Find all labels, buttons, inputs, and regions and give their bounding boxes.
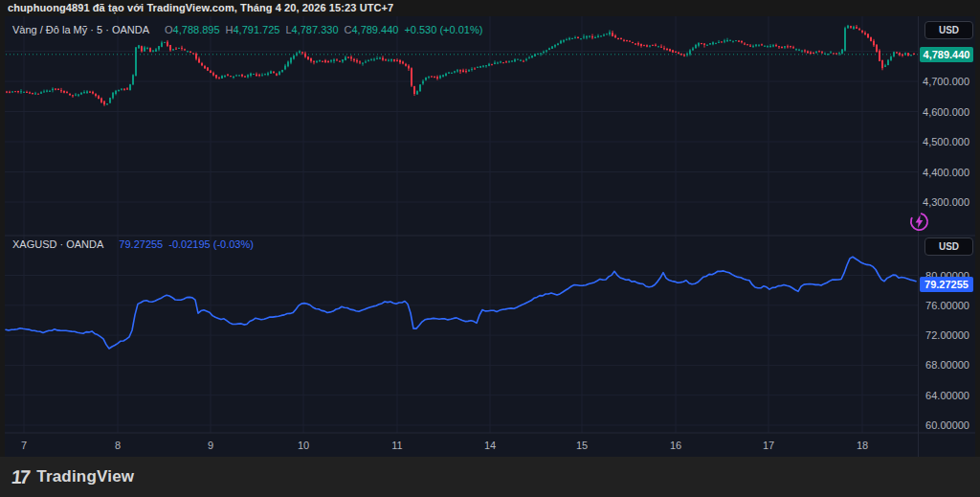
currency-button-bottom[interactable]: USD xyxy=(924,237,973,256)
gold-legend[interactable]: Vàng / Đô la Mỹ · 5 · OANDAO4,788.895H4,… xyxy=(12,24,482,35)
currency-button-top[interactable]: USD xyxy=(924,21,973,39)
silver-legend[interactable]: XAGUSD · OANDA79.27255-0.02195 (-0.03%) xyxy=(12,238,254,250)
silver-symbol-title[interactable]: XAGUSD · OANDA xyxy=(12,238,103,250)
gold-change-value: +0.530 (+0.01%) xyxy=(404,24,482,35)
high-value: 4,791.725 xyxy=(234,24,280,35)
silver-change-value: -0.02195 (-0.03%) xyxy=(168,238,254,250)
silver-last-price-tag: 79.27255 xyxy=(920,277,973,292)
high-label: H xyxy=(226,24,234,35)
gold-last-price-tag: 4,789.440 xyxy=(920,47,973,62)
silver-last-value: 79.27255 xyxy=(119,238,163,250)
close-value: 4,789.440 xyxy=(351,24,398,35)
low-value: 4,787.330 xyxy=(292,24,339,35)
lightning-icon xyxy=(908,211,930,233)
tradingview-snapshot: 4,800.0004,700.0004,600.0004,500.0004,40… xyxy=(0,0,980,497)
left-frame-strip xyxy=(0,16,5,457)
open-value: 4,788.895 xyxy=(173,24,220,35)
attribution-bar: chuphuong4891 đã tạo với TradingView.com… xyxy=(0,0,980,16)
tradingview-logo-text[interactable]: TradingView xyxy=(36,467,134,486)
right-frame-strip xyxy=(975,16,980,457)
boost-button[interactable] xyxy=(908,211,930,233)
attribution-text: chuphuong4891 đã tạo với TradingView.com… xyxy=(8,2,393,13)
open-label: O xyxy=(165,24,173,35)
chart-plot-area[interactable] xyxy=(0,16,975,457)
tradingview-logo-icon[interactable]: 17 xyxy=(11,466,30,488)
gold-symbol-title[interactable]: Vàng / Đô la Mỹ · 5 · OANDA xyxy=(12,24,149,35)
footer-bar: 17 TradingView xyxy=(0,457,980,497)
